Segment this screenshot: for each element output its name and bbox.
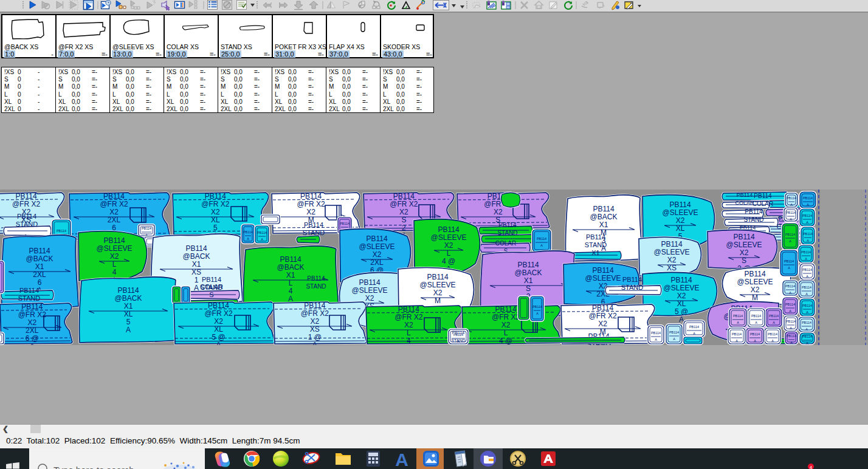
- svg-text:@FR X2: @FR X2: [204, 309, 233, 318]
- svg-text:X1: X1: [286, 271, 295, 279]
- svg-text:A: A: [406, 344, 411, 345]
- svg-text:X1: X1: [591, 249, 599, 256]
- svg-text:PB114: PB114: [300, 192, 322, 200]
- svg-text:6: 6: [38, 278, 42, 287]
- svg-text:A: A: [790, 217, 792, 221]
- svg-text:2XL: 2XL: [370, 258, 384, 267]
- svg-text:XS: XS: [667, 264, 677, 272]
- svg-text:PB114: PB114: [103, 192, 125, 200]
- svg-text:A: A: [789, 291, 791, 295]
- svg-text:PB114: PB114: [622, 276, 642, 283]
- svg-text:@SLEEVE: @SLEEVE: [664, 284, 700, 292]
- svg-text:X1: X1: [35, 262, 44, 271]
- svg-text:PB114: PB114: [785, 233, 795, 236]
- svg-text:COLAR: COLAR: [200, 283, 223, 290]
- svg-text:A: A: [754, 339, 756, 343]
- svg-text:@FR X2: @FR X2: [394, 313, 423, 321]
- svg-text:PB114: PB114: [787, 334, 796, 338]
- svg-text:PB114: PB114: [280, 255, 301, 264]
- svg-text:PB114: PB114: [593, 205, 614, 213]
- svg-text:L: L: [407, 329, 411, 337]
- svg-text:Type here to search: Type here to search: [53, 465, 134, 469]
- svg-text:@FR X2: @FR X2: [18, 310, 47, 319]
- svg-text:4 @: 4 @: [442, 257, 455, 265]
- svg-text:A: A: [655, 338, 657, 341]
- svg-text:@SLEEVE: @SLEEVE: [585, 274, 621, 282]
- svg-text:PB114: PB114: [498, 222, 517, 228]
- svg-text:X2: X2: [433, 289, 443, 297]
- svg-text:STAND: STAND: [585, 241, 607, 248]
- svg-text:PB114: PB114: [751, 314, 761, 318]
- svg-text:PB114: PB114: [786, 211, 796, 214]
- svg-text:@FR X2: @FR X2: [589, 312, 618, 320]
- svg-text:PB114: PB114: [427, 273, 448, 281]
- svg-text:@BACK: @BACK: [26, 255, 53, 263]
- svg-text:X1: X1: [599, 221, 608, 229]
- svg-text:PB114: PB114: [57, 229, 66, 233]
- svg-text:X2: X2: [211, 208, 220, 216]
- svg-text:XL: XL: [124, 310, 133, 318]
- svg-text:PB114: PB114: [202, 276, 221, 283]
- svg-text:PB114: PB114: [745, 208, 763, 215]
- svg-text:X2: X2: [310, 317, 319, 326]
- svg-text:A: A: [735, 339, 738, 343]
- svg-text:COLAR: COLAR: [753, 200, 773, 207]
- svg-text:@FR X2: @FR X2: [492, 313, 520, 321]
- svg-text:PB114: PB114: [304, 221, 323, 228]
- svg-text:PB114: PB114: [340, 222, 350, 225]
- svg-text:2XL: 2XL: [33, 270, 46, 279]
- svg-text:A: A: [805, 257, 807, 261]
- svg-text:A: A: [247, 237, 249, 241]
- svg-text:PB114: PB114: [117, 286, 139, 295]
- svg-text:PB114: PB114: [185, 244, 207, 253]
- svg-text:PB114: PB114: [398, 305, 419, 313]
- svg-text:XL: XL: [677, 300, 686, 308]
- svg-text:A: A: [312, 341, 317, 345]
- svg-text:@BACK: @BACK: [183, 252, 210, 261]
- svg-text:PB114: PB114: [359, 278, 380, 287]
- svg-text:PB114: PB114: [19, 287, 39, 294]
- svg-text:@FR X2: @FR X2: [12, 200, 41, 208]
- svg-text:S: S: [209, 291, 213, 298]
- svg-text:PB114: PB114: [307, 275, 325, 282]
- svg-text:A: A: [30, 342, 35, 345]
- svg-text:PB114: PB114: [438, 225, 459, 234]
- svg-text:PB114: PB114: [495, 305, 517, 313]
- svg-text:X2: X2: [214, 317, 223, 326]
- svg-text:A: A: [737, 321, 739, 324]
- svg-text:1: 1: [195, 276, 199, 284]
- svg-text:A: A: [261, 238, 263, 241]
- svg-text:5 @: 5 @: [212, 333, 225, 341]
- svg-text:@FR X2: @FR X2: [301, 309, 329, 318]
- svg-text:X2: X2: [306, 208, 315, 216]
- svg-text:M: M: [435, 296, 441, 305]
- svg-text:PB114: PB114: [750, 332, 760, 336]
- svg-text:A: A: [790, 341, 793, 344]
- svg-text:X2: X2: [494, 208, 503, 216]
- svg-text:A: A: [540, 244, 543, 247]
- svg-text:X2: X2: [751, 286, 760, 294]
- svg-text:A: A: [755, 321, 757, 324]
- svg-text:PB114: PB114: [651, 331, 661, 335]
- svg-text:L: L: [289, 279, 293, 287]
- svg-text:A: A: [773, 321, 775, 324]
- svg-text:STAND: STAND: [16, 221, 38, 228]
- svg-text:PB114: PB114: [785, 284, 795, 288]
- svg-text:2XL: 2XL: [26, 326, 39, 335]
- svg-text:A: A: [126, 326, 131, 334]
- svg-text:L: L: [112, 260, 117, 269]
- svg-text:PB114: PB114: [592, 266, 613, 275]
- svg-text:PB114: PB114: [15, 192, 36, 200]
- svg-text:PB114: PB114: [517, 261, 539, 269]
- svg-text:PB114: PB114: [17, 213, 36, 220]
- svg-text:@FR X2: @FR X2: [297, 200, 326, 208]
- svg-text:4: 4: [289, 287, 293, 295]
- svg-text:@SLEEVE: @SLEEVE: [352, 286, 388, 295]
- svg-text:A: A: [805, 292, 808, 296]
- svg-text:5: 5: [126, 318, 131, 326]
- svg-text:X2: X2: [444, 241, 453, 250]
- svg-text:6 @: 6 @: [26, 334, 39, 343]
- svg-text:PB114: PB114: [802, 286, 811, 289]
- svg-text:STAND: STAND: [743, 216, 763, 223]
- svg-text:PB114: PB114: [801, 250, 811, 254]
